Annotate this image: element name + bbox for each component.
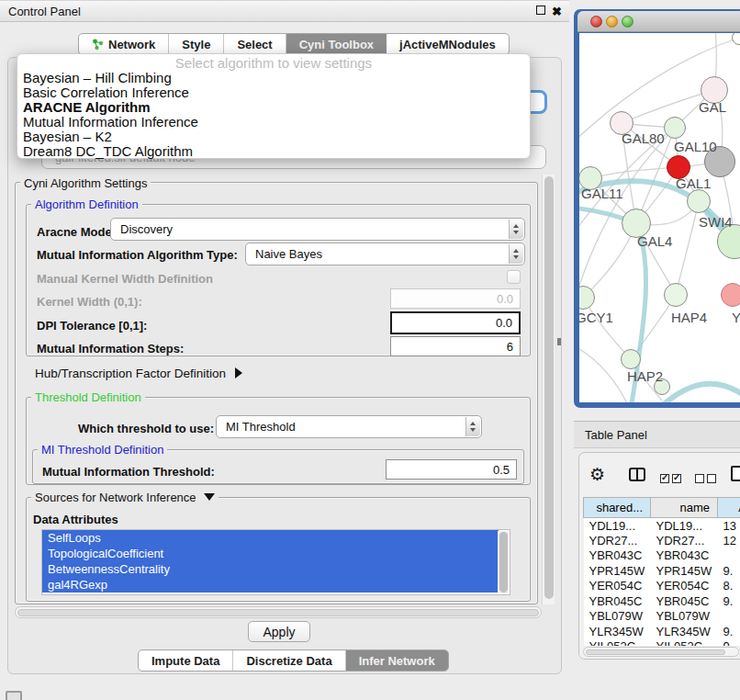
table-row[interactable]: YDL19...YDL19...13: [584, 518, 740, 534]
mi-algorithm-type-combo[interactable]: Naive Bayes: [245, 243, 525, 265]
column-header-clipped[interactable]: A: [718, 498, 740, 518]
tab-infer-label: Infer Network: [359, 654, 435, 668]
manual-kernel-label: Manual Kernel Width Definition: [37, 272, 213, 286]
network-node-swi4[interactable]: [687, 189, 711, 213]
tab-network[interactable]: Network: [79, 34, 169, 54]
table-row[interactable]: YLR345WYLR345W9.: [584, 624, 740, 639]
attribute-item[interactable]: BetweennessCentrality: [42, 561, 499, 577]
network-node-gal10[interactable]: [664, 117, 686, 139]
traffic-light-close-icon[interactable]: [590, 16, 602, 28]
table-hscrollbar[interactable]: [583, 647, 739, 657]
deselect-all-icon[interactable]: [695, 470, 716, 487]
table-row[interactable]: YPR145WYPR145W9.: [584, 563, 740, 579]
aracne-mode-combo[interactable]: Discovery: [110, 218, 525, 241]
column-browser-icon[interactable]: [629, 468, 645, 481]
algorithm-option[interactable]: Bayesian – K2: [17, 130, 530, 144]
select-all-icon[interactable]: [660, 470, 681, 487]
tab-impute-data[interactable]: Impute Data: [139, 650, 233, 671]
network-view-titlebar[interactable]: [577, 11, 740, 32]
tab-discretize-data[interactable]: Discretize Data: [233, 650, 345, 671]
attribute-item[interactable]: gal4RGexp: [42, 577, 499, 593]
stepper-icon: [509, 244, 523, 264]
column-header-shared-name[interactable]: shared...: [584, 498, 651, 518]
tab-style[interactable]: Style: [169, 34, 224, 54]
network-node-hap2[interactable]: [621, 349, 641, 369]
dropdown-placeholder: Select algorithm to view settings: [17, 56, 530, 71]
node-label: HAP2: [627, 368, 663, 384]
export-table-icon[interactable]: [731, 466, 740, 481]
cyni-algorithm-settings-title: Cyni Algorithm Settings: [20, 176, 151, 190]
sources-group-title[interactable]: Sources for Network Inference: [31, 491, 219, 504]
mi-threshold-label: Mutual Information Threshold:: [42, 465, 215, 479]
network-view-window: GAL GAL80 GAL10 GAL1 GAL11 SWI4 GAL4 GCY…: [574, 9, 740, 408]
algorithm-option[interactable]: Basic Correlation Inference: [17, 85, 530, 100]
aracne-mode-label: Aracne Mode:: [37, 225, 116, 239]
network-node-hap4[interactable]: [664, 283, 688, 307]
data-attributes-label: Data Attributes: [33, 513, 118, 526]
algorithm-option[interactable]: Dream8 DC_TDC Algorithm: [17, 144, 530, 159]
settings-hscrollbar[interactable]: [15, 606, 542, 618]
apply-button-label: Apply: [263, 625, 295, 639]
table-row[interactable]: YER054CYER054C8.: [584, 579, 740, 594]
algorithm-option[interactable]: Mutual Information Inference: [17, 115, 530, 130]
dpi-tolerance-field[interactable]: 0.0: [390, 311, 521, 334]
column-header-name[interactable]: name: [651, 498, 718, 518]
tab-cyni-toolbox[interactable]: Cyni Toolbox: [286, 34, 387, 54]
close-icon[interactable]: ✖: [552, 6, 562, 17]
sources-title-label: Sources for Network Inference: [35, 491, 196, 504]
traffic-light-minimize-icon[interactable]: [606, 16, 618, 28]
settings-vscrollbar[interactable]: [542, 175, 555, 604]
mi-algorithm-type-label: Mutual Information Algorithm Type:: [37, 248, 238, 262]
table-row[interactable]: YBL079WYBL079W: [584, 609, 740, 625]
clipped-corner-button[interactable]: [6, 691, 22, 700]
dpi-tolerance-label: DPI Tolerance [0,1]:: [37, 319, 147, 333]
table-panel-body: ⚙ shared... name A YDL19...YDL19...13 YD…: [578, 452, 740, 660]
algorithm-definition-title: Algorithm Definition: [31, 198, 142, 211]
apply-button[interactable]: Apply: [248, 621, 310, 642]
table-row[interactable]: YBR045CYBR045C9.: [584, 593, 740, 609]
mi-steps-label: Mutual Information Steps:: [37, 342, 184, 356]
gear-icon[interactable]: ⚙: [589, 464, 605, 485]
attribute-item[interactable]: SelfLoops: [42, 530, 499, 546]
list-scrollbar[interactable]: [498, 531, 509, 593]
mi-steps-field[interactable]: 6: [390, 336, 521, 356]
node-label: GAL80: [622, 130, 665, 146]
node-label: GAL1: [676, 175, 711, 191]
list-scrollbar-thumb[interactable]: [499, 532, 508, 593]
tab-select[interactable]: Select: [224, 34, 286, 54]
algorithm-option[interactable]: Bayesian – Hill Climbing: [17, 71, 530, 85]
network-node-pink[interactable]: [721, 283, 740, 307]
traffic-light-zoom-icon[interactable]: [622, 16, 633, 28]
mi-threshold-group-title: MI Threshold Definition: [38, 443, 167, 457]
tab-cyni-toolbox-label: Cyni Toolbox: [299, 38, 374, 51]
settings-hscrollbar-thumb[interactable]: [17, 609, 539, 616]
mi-threshold-field[interactable]: 0.5: [386, 459, 517, 480]
hub-definition-expander[interactable]: Hub/Transcription Factor Definition: [35, 367, 242, 380]
attribute-item[interactable]: TopologicalCoefficient: [42, 546, 499, 561]
control-panel-titlebar[interactable]: Control Panel ✖: [0, 0, 569, 22]
float-window-icon[interactable]: [536, 6, 545, 15]
aracne-mode-value: Discovery: [120, 219, 173, 240]
threshold-definition-title: Threshold Definition: [31, 390, 145, 404]
node-label: GAL11: [581, 186, 623, 201]
splitter-handle[interactable]: [557, 338, 561, 345]
table-row[interactable]: YBR043CYBR043C: [584, 548, 740, 564]
stepper-icon: [465, 417, 480, 436]
node-label: GCY1: [579, 310, 613, 325]
kernel-width-field[interactable]: 0.0: [390, 288, 521, 309]
which-threshold-combo[interactable]: MI Threshold: [216, 415, 482, 438]
table-hscrollbar-thumb[interactable]: [586, 649, 725, 655]
algorithm-dropdown-popup: Select algorithm to view settings Bayesi…: [17, 53, 531, 159]
data-attributes-list: SelfLoops TopologicalCoefficient Between…: [41, 529, 510, 595]
control-panel-title: Control Panel: [8, 5, 81, 18]
network-canvas[interactable]: GAL GAL80 GAL10 GAL1 GAL11 SWI4 GAL4 GCY…: [579, 33, 740, 402]
tab-infer-network[interactable]: Infer Network: [346, 650, 448, 671]
table-panel-title: Table Panel: [585, 428, 647, 442]
algorithm-option-selected[interactable]: ARACNE Algorithm: [17, 100, 530, 115]
table-panel-titlebar[interactable]: Table Panel: [574, 421, 740, 448]
settings-vscrollbar-thumb[interactable]: [544, 176, 554, 599]
bottom-tabbar: Impute Data Discretize Data Infer Networ…: [138, 649, 449, 672]
manual-kernel-checkbox[interactable]: [507, 270, 521, 284]
table-row[interactable]: YDR27...YDR27...12: [584, 533, 740, 548]
tab-jactivemnodules[interactable]: jActiveMNodules: [387, 34, 509, 54]
